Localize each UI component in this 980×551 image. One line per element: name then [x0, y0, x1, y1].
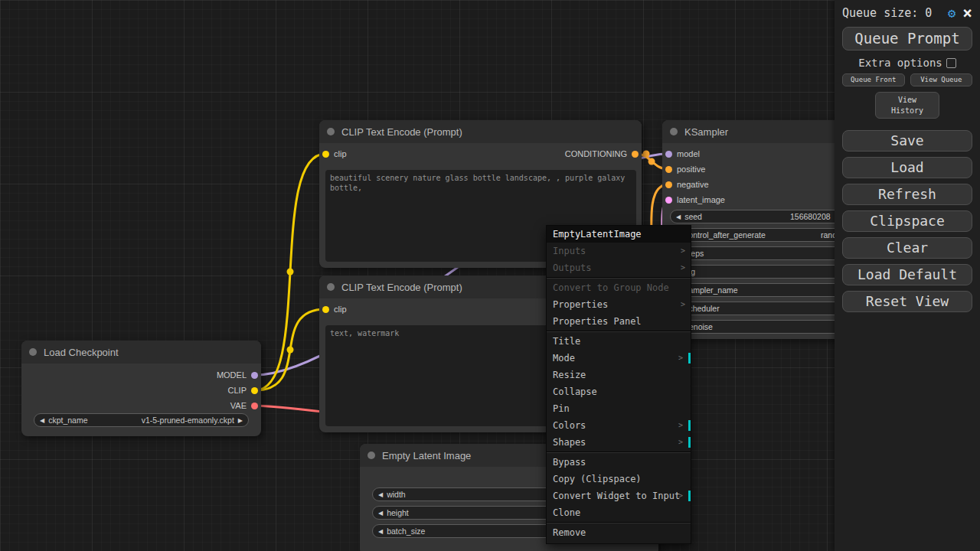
slot-label: CONDITIONING [565, 149, 627, 158]
queue-size-label: Queue size: 0 [842, 6, 932, 20]
slot-label: CLIP [228, 386, 247, 395]
node-title: CLIP Text Encode (Prompt) [341, 126, 462, 138]
widget-name: width [387, 490, 406, 499]
context-menu-item-collapse[interactable]: Collapse [547, 383, 691, 400]
menu-item-label: Mode [553, 353, 575, 364]
context-menu-item-properties-panel[interactable]: Properties Panel [547, 313, 691, 330]
context-menu-item-shapes[interactable]: Shapes > [547, 434, 691, 451]
clip-pin-icon[interactable] [322, 306, 329, 313]
node-title-bar[interactable]: CLIP Text Encode (Prompt) [319, 120, 642, 143]
reset-view-button[interactable]: Reset View [842, 291, 972, 312]
context-menu-item-colors[interactable]: Colors > [547, 417, 691, 434]
clear-button[interactable]: Clear [842, 237, 972, 259]
context-menu-item-outputs: Outputs > [547, 259, 691, 276]
widget-name: seed [684, 212, 702, 221]
widget-left-arrow-icon[interactable]: ◀ [676, 214, 681, 220]
load-default-button[interactable]: Load Default [842, 264, 972, 285]
node-title: Load Checkpoint [44, 347, 119, 358]
menu-separator [547, 452, 691, 453]
save-button[interactable]: Save [842, 130, 972, 152]
refresh-button[interactable]: Refresh [842, 184, 972, 205]
input-slot-model[interactable]: model [665, 146, 700, 161]
widget-name: batch_size [387, 527, 425, 536]
menu-item-label: Properties [553, 299, 608, 310]
view-history-button[interactable]: View History [875, 92, 939, 119]
menu-separator [547, 522, 691, 523]
widget-right-arrow-icon[interactable]: ▶ [238, 417, 243, 424]
node-title: Empty Latent Image [382, 450, 471, 461]
widget-left-arrow-icon[interactable]: ◀ [378, 528, 383, 535]
context-menu-item-pin[interactable]: Pin [547, 400, 691, 417]
wire-clip-bottom [255, 309, 325, 390]
node-graph-canvas[interactable]: Load Checkpoint MODEL CLIP VAE ◀ ckpt_na… [0, 0, 980, 551]
input-slot-latent-image[interactable]: latent_image [665, 192, 725, 207]
submenu-arrow-icon: > [681, 259, 685, 276]
context-menu-item-bypass[interactable]: Bypass [547, 454, 691, 471]
context-menu-item-mode[interactable]: Mode > [547, 350, 691, 367]
latent-pin-icon[interactable] [665, 197, 672, 204]
output-slot-vae[interactable]: VAE [230, 398, 258, 413]
context-menu-item-remove[interactable]: Remove [547, 524, 691, 541]
input-slot-clip[interactable]: clip [322, 146, 347, 161]
conditioning-pin-icon[interactable] [665, 166, 672, 173]
context-menu-item-resize[interactable]: Resize [547, 367, 691, 383]
menu-item-label: Remove [553, 527, 586, 538]
menu-item-label: Colors [553, 420, 586, 431]
submenu-teal-mark [688, 353, 691, 364]
wire-clip-top [255, 154, 325, 390]
settings-gear-icon[interactable]: ⚙ [948, 5, 956, 21]
comfy-menu-sidebar: Queue size: 0 ⚙ × Queue Prompt Extra opt… [835, 0, 980, 551]
submenu-arrow-icon: > [678, 417, 683, 434]
input-slot-positive[interactable]: positive [665, 161, 705, 177]
menu-item-label: Properties Panel [553, 316, 642, 327]
output-slot-conditioning[interactable]: CONDITIONING [565, 146, 639, 161]
close-icon[interactable]: × [962, 7, 972, 19]
context-menu-item-inputs: Inputs > [547, 243, 691, 259]
model-pin-icon[interactable] [665, 151, 672, 158]
slot-label: clip [334, 305, 347, 314]
widget-name: sampler_name [684, 285, 737, 295]
extra-options-checkbox[interactable] [946, 58, 956, 68]
context-menu-item-convert-to-group-node: Convert to Group Node [547, 279, 691, 296]
conditioning-pin-icon[interactable] [665, 181, 672, 188]
clip-pin-icon[interactable] [322, 151, 329, 158]
context-menu-item-copy-clipspace[interactable]: Copy (Clipspace) [547, 471, 691, 487]
clip-pin-icon[interactable] [251, 387, 258, 394]
node-context-menu: EmptyLatentImage Inputs > Outputs > Conv… [546, 225, 691, 544]
queue-front-button[interactable]: Queue Front [842, 73, 905, 86]
menu-item-label: Pin [553, 403, 570, 414]
clipspace-button[interactable]: Clipspace [842, 210, 972, 232]
link-dot [287, 269, 294, 276]
widget-left-arrow-icon[interactable]: ◀ [378, 510, 383, 517]
widget-left-arrow-icon[interactable]: ◀ [40, 417, 44, 424]
vae-pin-icon[interactable] [251, 403, 258, 409]
model-pin-icon[interactable] [251, 372, 258, 379]
slot-label: MODEL [217, 370, 247, 380]
output-slot-clip[interactable]: CLIP [228, 383, 258, 398]
context-menu-item-clone[interactable]: Clone [547, 504, 691, 521]
load-button[interactable]: Load [842, 157, 972, 178]
context-menu-item-convert-widget-to-input[interactable]: Convert Widget to Input > [547, 487, 691, 504]
menu-item-label: Inputs [553, 246, 586, 256]
queue-prompt-button[interactable]: Queue Prompt [842, 27, 972, 51]
submenu-teal-mark [688, 420, 691, 431]
input-slot-clip[interactable]: clip [322, 302, 347, 317]
input-slot-negative[interactable]: negative [665, 177, 709, 192]
node-collapse-dot-icon[interactable] [29, 348, 37, 356]
node-collapse-dot-icon[interactable] [327, 128, 335, 135]
output-slot-model[interactable]: MODEL [217, 367, 258, 383]
node-collapse-dot-icon[interactable] [327, 283, 335, 291]
context-menu-item-properties[interactable]: Properties > [547, 296, 691, 313]
submenu-arrow-icon: > [681, 296, 685, 313]
conditioning-pin-icon[interactable] [632, 151, 639, 158]
link-dot [287, 347, 294, 354]
widget-left-arrow-icon[interactable]: ◀ [378, 491, 383, 498]
menu-item-label: Title [553, 336, 580, 347]
node-title-bar[interactable]: Load Checkpoint [21, 341, 261, 364]
view-queue-button[interactable]: View Queue [910, 73, 973, 86]
context-menu-item-title[interactable]: Title [547, 333, 691, 350]
ckpt-name-widget[interactable]: ◀ ckpt_name v1-5-pruned-emaonly.ckpt ▶ [34, 413, 249, 427]
node-collapse-dot-icon[interactable] [368, 452, 375, 459]
node-collapse-dot-icon[interactable] [670, 128, 678, 135]
node-load-checkpoint[interactable]: Load Checkpoint MODEL CLIP VAE ◀ ckpt_na… [21, 341, 261, 436]
